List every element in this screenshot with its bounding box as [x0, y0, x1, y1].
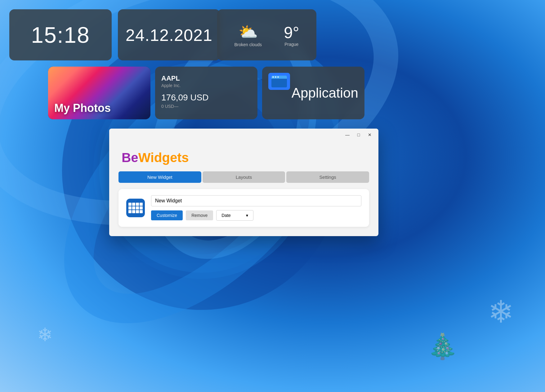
widget-card-actions: Customize Remove Date ▾ [151, 210, 361, 221]
weather-icon: ⛅ [239, 23, 258, 41]
time-widget: 15:18 [9, 9, 112, 60]
widget-name-input[interactable] [151, 195, 361, 206]
date-widget: 24.12.2021 [118, 9, 220, 60]
app-window: — □ ✕ BeWidgets New Widget Layouts Setti… [109, 129, 378, 236]
cal-cell [132, 206, 135, 209]
nav-tabs: New Widget Layouts Settings [118, 171, 369, 183]
app-widget-label: Application [292, 85, 358, 101]
date-display: 24.12.2021 [126, 25, 212, 45]
time-display: 15:18 [31, 22, 90, 48]
weather-temperature: 9° [284, 23, 299, 42]
stock-ticker: AAPL [161, 74, 251, 82]
type-select-button[interactable]: Date ▾ [216, 210, 253, 221]
cal-cell [128, 206, 132, 209]
widget-card-right: Customize Remove Date ▾ [151, 195, 361, 221]
brand-be: Be [122, 150, 138, 165]
widget-card: Customize Remove Date ▾ [118, 189, 369, 227]
chevron-down-icon: ▾ [246, 213, 248, 218]
photos-widget: My Photos [48, 67, 150, 119]
cal-cell [132, 203, 135, 206]
photos-label: My Photos [48, 97, 117, 119]
stock-widget: AAPL Apple Inc. 176,09 USD 0 USD— [155, 67, 257, 119]
weather-left-section: ⛅ Broken clouds [234, 23, 262, 47]
app-icon-bar [271, 76, 287, 79]
stock-company: Apple Inc. [161, 83, 251, 88]
cal-cell [136, 206, 139, 209]
cal-cell [128, 210, 132, 213]
brand-section: BeWidgets [118, 141, 369, 171]
app-dot-3 [277, 76, 279, 78]
customize-button[interactable]: Customize [151, 210, 183, 220]
cal-cell [140, 206, 143, 209]
title-bar: — □ ✕ [109, 129, 378, 141]
minimize-button[interactable]: — [342, 131, 352, 139]
weather-city: Prague [284, 42, 298, 47]
app-icon-inner [271, 76, 287, 87]
calendar-icon-grid [127, 201, 144, 214]
app-widget-icon [268, 73, 290, 90]
weather-widget: ⛅ Broken clouds 9° Prague [217, 9, 316, 60]
window-content: BeWidgets New Widget Layouts Settings [109, 141, 378, 236]
weather-description: Broken clouds [234, 42, 262, 47]
app-dot-1 [272, 76, 274, 78]
cal-cell [128, 203, 132, 206]
cal-cell [140, 203, 143, 206]
type-select-value: Date [221, 213, 231, 218]
stock-price: 176,09 USD [161, 93, 251, 103]
brand-logo: BeWidgets [122, 150, 189, 165]
maximize-button[interactable]: □ [354, 131, 364, 139]
widget-card-icon [126, 199, 145, 217]
tab-new-widget[interactable]: New Widget [118, 171, 201, 183]
cal-cell [136, 203, 139, 206]
tab-settings[interactable]: Settings [286, 171, 369, 183]
cal-cell [140, 210, 143, 213]
stock-change: 0 USD— [161, 104, 251, 109]
app-widget: Application [262, 67, 364, 119]
weather-right-section: 9° Prague [284, 23, 299, 47]
brand-widgets: Widgets [138, 150, 189, 165]
tab-layouts[interactable]: Layouts [203, 171, 285, 183]
app-dot-2 [275, 76, 276, 78]
remove-button[interactable]: Remove [186, 210, 213, 220]
close-button[interactable]: ✕ [365, 131, 375, 139]
cal-cell [132, 210, 135, 213]
cal-cell [136, 210, 139, 213]
